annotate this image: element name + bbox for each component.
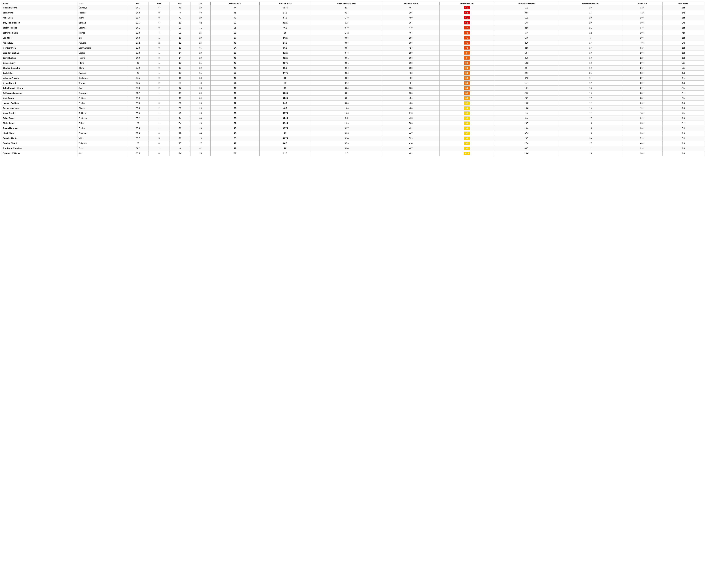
rare: 1 [149,50,169,55]
low: 29 [191,136,211,141]
pressure-total: 55 [210,71,260,76]
pressure-total: 61 [210,121,260,126]
draft-round: 1st [662,26,704,30]
pressure-total: 40 [210,40,260,45]
age: 25.2 [127,116,149,121]
snap-hq: 21.9 [494,40,559,45]
team: Dolphins [77,141,127,146]
prs: 449 [382,26,440,30]
table-container: Player Team Age Rare High Low Pressure T… [0,0,706,157]
draft-round: 1st [662,55,704,61]
player-name: Khalil Mack [2,131,77,136]
low: 27 [191,141,211,146]
pressure-score: 28.5 [260,141,311,146]
snap-pressures: 8 [440,50,494,55]
drive-kill-pct: 41% [622,10,662,15]
header-snap-hq: Snap/ HQ Pressures [494,2,559,5]
draft-round: 1st [662,35,704,40]
rare: 1 [149,95,169,101]
rare: 1 [149,116,169,121]
player-name: Dexter Lawrence [2,106,77,111]
drive-kill-pct: 35% [622,91,662,95]
high: 16 [169,95,191,101]
pqr: 0.81 [311,61,382,66]
snap-pressures: 9.8 [440,136,494,141]
rare: 0 [149,76,169,81]
team: 49ers [77,15,127,21]
drive-kill: 12 [559,111,622,116]
rare: 0 [149,101,169,106]
age: 27.2 [127,40,149,45]
pqr: 0.29 [311,76,382,81]
pressure-score: 27.5 [260,40,311,45]
age: 29 [127,121,149,126]
low: 25 [191,111,211,116]
snap-pressures: 8.1 [440,61,494,66]
snap-pressures: 8.3 [440,76,494,81]
pressure-score: 48.25 [260,121,311,126]
age: 28.6 [127,21,149,26]
pressure-total: 51 [210,95,260,101]
pqr: 0.4 [311,116,382,121]
snap-pressures: 8 [440,55,494,61]
snap-pressures: 7.9 [440,45,494,50]
prs: 454 [382,81,440,86]
age: 25.6 [127,106,149,111]
drive-kill: 17 [559,116,622,121]
age: 32.4 [127,131,149,136]
prs: 447 [382,131,440,136]
high: 14 [169,116,191,121]
drive-kill-pct: 33% [622,126,662,131]
snap-hq: 19.5 [494,101,559,106]
prs: 583 [382,121,440,126]
pressure-total: 46 [210,91,260,95]
table-row: Haason ReddickEagles28.8022254734.50.884… [2,101,704,106]
low: 32 [191,21,211,26]
low: 20 [191,35,211,40]
rare: 2 [149,86,169,91]
player-name: Bradley Chubb [2,141,77,146]
draft-round: 2nd [662,91,704,95]
pqr: 0.58 [311,71,382,76]
drive-kill: 13 [559,86,622,91]
pressure-score: 29 [260,131,311,136]
team: 49ers [77,66,127,71]
pqr: 1.68 [311,106,382,111]
table-row: Khalil MackChargers32.40123446290.354479… [2,131,704,136]
age: 24.8 [127,10,149,15]
prs: 452 [382,71,440,76]
drive-kill: 15 [559,131,622,136]
snap-pressures: 8.7 [440,91,494,95]
drive-kill: 14 [559,76,622,81]
snap-pressures: 9.7 [440,131,494,136]
drive-kill: 13 [559,61,622,66]
snap-hq: 27.6 [494,141,559,146]
table-row: Danielle HunterVikings28.7521295541.750.… [2,136,704,141]
pqr: 1.6 [311,151,382,156]
pressure-score: 37.75 [260,71,311,76]
low: 20 [191,106,211,111]
header-drive-kill-pct: Drive Kill % [622,2,662,5]
header-age: Age [127,2,149,5]
rare: 0 [149,151,169,156]
rare: 1 [149,61,169,66]
high: 15 [169,141,191,146]
draft-round: 1st [662,101,704,106]
table-row: Trey HendricksonBengals28.6516325338.250… [2,21,704,26]
header-player: Player [2,2,77,5]
high: 34 [169,121,191,126]
age: 25.9 [127,66,149,71]
header-prs: Pass Rush Snaps [382,2,440,5]
draft-round: 2nd [662,121,704,126]
pqr: 0.94 [311,136,382,141]
rare: 1 [149,121,169,126]
team: Vikings [77,30,127,35]
drive-kill-pct: 29% [622,50,662,55]
prs: 454 [382,95,440,101]
header-snap-pressures: Snap/ Pressures [440,2,494,5]
high: 8 [169,10,191,15]
prs: 495 [382,116,440,121]
high: 8 [169,146,191,151]
player-name: Arden Key [2,40,77,45]
pressure-total: 53 [210,106,260,111]
